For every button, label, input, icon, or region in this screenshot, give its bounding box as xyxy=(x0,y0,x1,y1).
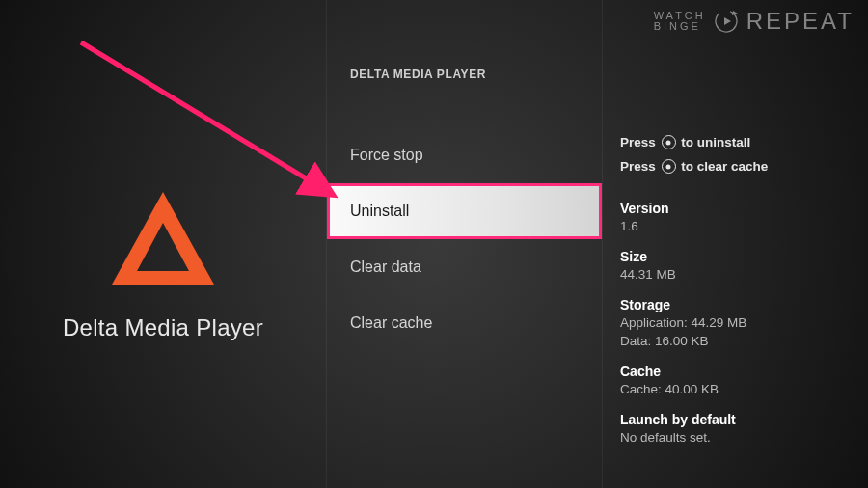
triangle-icon xyxy=(100,176,226,302)
info-label: Size xyxy=(620,249,868,264)
remote-button-icon xyxy=(662,159,676,174)
info-value: 44.31 MB xyxy=(620,266,868,284)
action-menu: Force stopUninstallClear dataClear cache xyxy=(327,127,602,351)
info-block-size: Size44.31 MB xyxy=(620,249,868,284)
play-repeat-icon xyxy=(714,9,739,34)
info-label: Version xyxy=(620,201,868,216)
hint-row: Press to clear cache xyxy=(620,159,868,174)
info-value: Cache: 40.00 KB xyxy=(620,381,868,398)
app-info-panel: Press to uninstallPress to clear cache V… xyxy=(602,0,868,488)
info-value: 1.6 xyxy=(620,218,868,235)
remote-button-icon xyxy=(662,135,676,149)
menu-item-clear-data[interactable]: Clear data xyxy=(327,239,602,295)
watermark-line2: BINGE xyxy=(654,21,706,32)
menu-item-uninstall[interactable]: Uninstall xyxy=(327,183,602,239)
info-value: Data: 16.00 KB xyxy=(620,333,868,350)
hint-text: Press xyxy=(620,159,660,174)
app-name-label: Delta Media Player xyxy=(0,314,326,341)
info-label: Cache xyxy=(620,364,868,379)
watermark: WATCH BINGE REPEAT xyxy=(654,8,854,35)
hint-text: Press xyxy=(620,135,660,149)
app-actions-panel: DELTA MEDIA PLAYER Force stopUninstallCl… xyxy=(326,0,602,488)
hint-text: to clear cache xyxy=(678,159,769,174)
info-label: Launch by default xyxy=(620,412,868,427)
app-info-list: Version1.6Size44.31 MBStorageApplication… xyxy=(603,183,868,447)
hint-text: to uninstall xyxy=(678,135,751,149)
info-block-launch-by-default: Launch by defaultNo defaults set. xyxy=(620,412,868,447)
info-label: Storage xyxy=(620,297,868,312)
menu-item-clear-cache[interactable]: Clear cache xyxy=(327,295,602,351)
info-block-cache: CacheCache: 40.00 KB xyxy=(620,364,868,398)
svg-marker-1 xyxy=(724,17,731,25)
info-value: No defaults set. xyxy=(620,429,868,447)
watermark-stack: WATCH BINGE xyxy=(654,11,706,32)
menu-item-force-stop[interactable]: Force stop xyxy=(327,127,602,183)
info-value: Application: 44.29 MB xyxy=(620,314,868,332)
watermark-repeat: REPEAT xyxy=(746,8,854,35)
info-block-version: Version1.6 xyxy=(620,201,868,235)
hint-row: Press to uninstall xyxy=(620,135,868,149)
app-icon xyxy=(100,176,226,306)
info-block-storage: StorageApplication: 44.29 MBData: 16.00 … xyxy=(620,297,868,349)
panel-title: DELTA MEDIA PLAYER xyxy=(327,0,602,81)
app-summary-panel: Delta Media Player xyxy=(0,0,326,488)
